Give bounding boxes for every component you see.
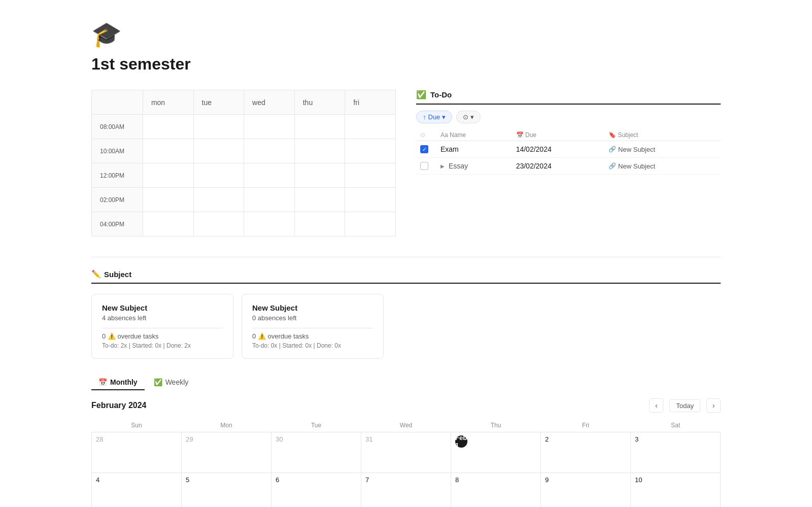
schedule-cell	[193, 212, 244, 236]
time-slot: 10:00AM	[92, 139, 143, 163]
schedule-cell	[345, 139, 396, 163]
todo-table-header-row: ⊙ Aa Name 📅 Due 🔖 Subject	[416, 129, 721, 141]
calendar-nav: ‹ Today ›	[649, 398, 721, 413]
calendar-day[interactable]: 31	[361, 432, 451, 473]
todo-section: ✅ To-Do ↑ Due ▾ ⊙ ▾ ⊙	[416, 90, 721, 236]
calendar-icon: 📅	[516, 131, 524, 139]
subject-link-icon: 🔗	[608, 162, 616, 170]
time-slot: 08:00AM	[92, 115, 143, 139]
calendar-day[interactable]: 30	[272, 432, 361, 473]
calendar-day[interactable]: 10	[631, 473, 721, 508]
schedule-row: 08:00AM	[92, 115, 396, 139]
calendar-prev-button[interactable]: ‹	[649, 398, 663, 413]
expand-arrow-icon[interactable]: ▶	[441, 163, 445, 169]
calendar-day[interactable]: 28	[92, 432, 182, 473]
day-header-sat: Sat	[631, 419, 721, 432]
page-icon: 🎓	[91, 20, 721, 49]
todo-table: ⊙ Aa Name 📅 Due 🔖 Subject	[416, 129, 721, 175]
schedule-cell	[244, 188, 295, 212]
checkbox-cell[interactable]	[416, 158, 436, 175]
calendar-day[interactable]: 3	[631, 432, 721, 473]
schedule-row: 02:00PM	[92, 188, 396, 212]
schedule-header-wed: wed	[244, 90, 295, 115]
calendar-week-row: 28 29 30 31 Feb 1 2 3	[92, 432, 721, 473]
schedule-section: mon tue wed thu fri 08:00AM	[91, 90, 396, 236]
day-header-wed: Wed	[361, 419, 451, 432]
todo-title: To-Do	[430, 90, 452, 99]
calendar-section: 📅 Monthly ✅ Weekly February 2024 ‹ Today…	[91, 375, 721, 507]
calendar-day[interactable]: 8	[451, 473, 541, 508]
time-slot: 12:00PM	[92, 163, 143, 188]
task-due-cell: 14/02/2024	[512, 141, 604, 158]
schedule-row: 10:00AM	[92, 139, 396, 163]
schedule-cell	[193, 188, 244, 212]
todo-check-icon: ✅	[416, 90, 426, 99]
day-header-sun: Sun	[92, 419, 182, 432]
calendar-day[interactable]: 2	[541, 432, 631, 473]
tab-monthly-label: Monthly	[110, 378, 138, 386]
card-stats: To-do: 0x | Started: 0x | Done: 0x	[252, 342, 373, 349]
spinner-icon: ⊙	[420, 131, 425, 139]
checkbox-checked[interactable]: ✓	[420, 145, 428, 153]
card-stats: To-do: 2x | Started: 0x | Done: 2x	[102, 342, 223, 349]
schedule-cell	[143, 115, 193, 139]
schedule-cell	[345, 212, 396, 236]
day-header-tue: Tue	[272, 419, 361, 432]
section-divider	[91, 257, 721, 257]
schedule-cell	[345, 115, 396, 139]
day-header-thu: Thu	[451, 419, 541, 432]
calendar-day[interactable]: 4	[92, 473, 182, 508]
schedule-cell	[294, 212, 345, 236]
calendar-next-button[interactable]: ›	[706, 398, 721, 413]
tab-weekly-label: Weekly	[165, 378, 189, 386]
schedule-header-mon: mon	[143, 90, 193, 115]
tab-monthly[interactable]: 📅 Monthly	[91, 375, 145, 390]
calendar-day[interactable]: 5	[182, 473, 272, 508]
schedule-cell	[244, 163, 295, 188]
subject-link-icon: 🔗	[608, 146, 616, 153]
schedule-cell	[193, 163, 244, 188]
calendar-day-today[interactable]: Feb 1	[451, 432, 541, 473]
chevron-down-icon: ▾	[470, 113, 474, 121]
day-header-mon: Mon	[182, 419, 272, 432]
col-checkbox: ⊙	[416, 129, 436, 141]
subject-name: New Subject	[618, 146, 655, 153]
calendar-day[interactable]: 29	[182, 432, 272, 473]
schedule-header-fri: fri	[345, 90, 396, 115]
schedule-cell	[244, 212, 295, 236]
card-absences: 0 absences left	[252, 314, 373, 322]
todo-row: ✓ Exam 14/02/2024 🔗 New Subject	[416, 141, 721, 158]
page-container: 🎓 1st semester mon tue wed thu fri	[51, 0, 761, 507]
calendar-tab-icon: 📅	[98, 378, 107, 386]
checkbox-cell[interactable]: ✓	[416, 141, 436, 158]
task-name-cell: Exam	[436, 141, 512, 158]
todo-controls: ↑ Due ▾ ⊙ ▾	[416, 111, 721, 123]
task-name: Exam	[441, 145, 459, 153]
task-subject-cell: 🔗 New Subject	[604, 158, 721, 175]
checkbox-unchecked[interactable]	[420, 162, 428, 170]
spinner-icon: ⊙	[463, 113, 468, 121]
schedule-cell	[143, 139, 193, 163]
schedule-row: 04:00PM	[92, 212, 396, 236]
calendar-today-button[interactable]: Today	[669, 399, 700, 412]
name-icon: Aa	[441, 131, 448, 139]
tab-weekly[interactable]: ✅ Weekly	[147, 375, 196, 390]
task-subject-cell: 🔗 New Subject	[604, 141, 721, 158]
calendar-day[interactable]: 9	[541, 473, 631, 508]
calendar-day[interactable]: 7	[361, 473, 451, 508]
subject-card[interactable]: New Subject 4 absences left 0 ⚠️ overdue…	[91, 294, 233, 359]
subject-section-header: ✏️ Subject	[91, 269, 721, 284]
schedule-cell	[193, 139, 244, 163]
subject-card[interactable]: New Subject 0 absences left 0 ⚠️ overdue…	[242, 294, 384, 359]
card-divider	[252, 328, 373, 328]
schedule-header-thu: thu	[294, 90, 345, 115]
schedule-cell	[294, 188, 345, 212]
calendar-day[interactable]: 6	[272, 473, 361, 508]
options-filter-button[interactable]: ⊙ ▾	[456, 111, 481, 123]
subject-tag: 🔗 New Subject	[608, 162, 717, 170]
schedule-header-empty	[92, 90, 143, 115]
col-due: 📅 Due	[512, 129, 604, 141]
due-filter-button[interactable]: ↑ Due ▾	[416, 111, 452, 123]
schedule-cell	[345, 188, 396, 212]
schedule-cell	[294, 163, 345, 188]
